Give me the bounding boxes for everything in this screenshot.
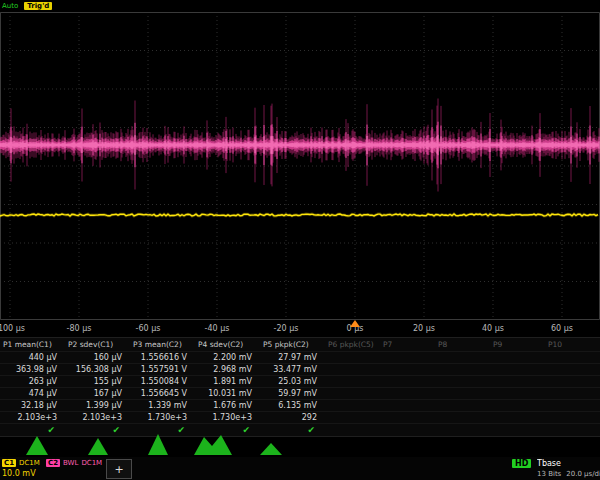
meas-cell-r6-p5: 292 — [260, 411, 325, 423]
c2-descriptor-box[interactable]: C2 BWL DC1M — [46, 459, 102, 467]
trigger-mode-label: Auto — [2, 2, 18, 10]
meas-cell-r6-p8 — [435, 411, 490, 423]
meas-cell-r1-p2: 160 µV — [65, 351, 130, 363]
meas-cell-r2-p9 — [490, 363, 545, 375]
meas-cell-r5-p9 — [490, 399, 545, 411]
c2-channel-chip[interactable]: C2 — [46, 459, 60, 467]
time-label-1: -100 µs — [0, 324, 25, 333]
meas-cell-r3-p3: 1.550084 V — [130, 375, 195, 387]
meas-cell-r5-p10 — [545, 399, 600, 411]
meas-cell-r4-p5: 59.97 mV — [260, 387, 325, 399]
meas-cell-r6-p4: 1.730e+3 — [195, 411, 260, 423]
plus-icon: + — [114, 463, 123, 476]
graticule — [0, 12, 600, 320]
meas-cell-r1-p10 — [545, 351, 600, 363]
meas-header-p4[interactable]: P4 sdev(C2) — [195, 338, 260, 351]
meas-cell-r1-p1: 440 µV — [0, 351, 65, 363]
trigger-state-chip[interactable]: Trig'd — [24, 2, 52, 10]
meas-cell-r2-p4: 2.968 mV — [195, 363, 260, 375]
add-trace-button[interactable]: + — [106, 459, 132, 479]
meas-cell-r6-p9 — [490, 411, 545, 423]
meas-header-p1[interactable]: P1 mean(C1) — [0, 338, 65, 351]
meas-cell-r5-p3: 1.339 mV — [130, 399, 195, 411]
trigger-status: Auto Trig'd — [2, 2, 52, 10]
time-label-7: 20 µs — [413, 324, 435, 333]
histicon-p5 — [260, 443, 282, 455]
meas-header-p10[interactable]: P10 — [545, 338, 600, 351]
meas-cell-r4-p2: 167 µV — [65, 387, 130, 399]
time-label-8: 40 µs — [482, 324, 504, 333]
histicons — [0, 428, 600, 456]
meas-cell-r2-p1: 363.98 µV — [0, 363, 65, 375]
histicon-p1 — [26, 436, 48, 455]
meas-header-p7[interactable]: P7 — [380, 338, 435, 351]
time-label-5: -20 µs — [274, 324, 299, 333]
waveform-svg — [0, 12, 600, 320]
meas-cell-r1-p5: 27.97 mV — [260, 351, 325, 363]
meas-cell-r3-p6 — [325, 375, 380, 387]
meas-cell-r6-p3: 1.730e+3 — [130, 411, 195, 423]
meas-cell-r2-p10 — [545, 363, 600, 375]
measure-table: P1 mean(C1)P2 sdev(C1)P3 mean(C2)P4 sdev… — [0, 337, 600, 437]
meas-header-p3[interactable]: P3 mean(C2) — [130, 338, 195, 351]
c1-coupling-label: DC1M — [19, 459, 40, 467]
time-label-4: -40 µs — [205, 324, 230, 333]
histicon-p2 — [88, 438, 108, 455]
meas-cell-r2-p6 — [325, 363, 380, 375]
meas-cell-r3-p10 — [545, 375, 600, 387]
meas-header-p9[interactable]: P9 — [490, 338, 545, 351]
meas-cell-r2-p8 — [435, 363, 490, 375]
meas-cell-r5-p1: 32.18 µV — [0, 399, 65, 411]
meas-cell-r4-p8 — [435, 387, 490, 399]
timebase-descriptor-box[interactable]: Tbase 13 Bits 20.0 µs/div — [537, 459, 600, 478]
meas-cell-r1-p3: 1.556616 V — [130, 351, 195, 363]
meas-cell-r4-p1: 474 µV — [0, 387, 65, 399]
meas-cell-r1-p6 — [325, 351, 380, 363]
c1-descriptor-box[interactable]: C1 DC1M 10.0 mV — [2, 459, 40, 478]
meas-cell-r3-p5: 25.03 mV — [260, 375, 325, 387]
tbase-label: Tbase — [537, 459, 600, 468]
meas-cell-r2-p7 — [380, 363, 435, 375]
time-label-3: -60 µs — [136, 324, 161, 333]
meas-cell-r4-p7 — [380, 387, 435, 399]
histicon-p3 — [148, 434, 168, 455]
meas-cell-r2-p2: 156.308 µV — [65, 363, 130, 375]
meas-cell-r5-p7 — [380, 399, 435, 411]
meas-header-p2[interactable]: P2 sdev(C1) — [65, 338, 130, 351]
time-axis: -100 µs-80 µs-60 µs-40 µs-20 µs0 µs20 µs… — [0, 321, 600, 336]
meas-header-p5[interactable]: P5 pkpk(C2) — [260, 338, 325, 351]
meas-cell-r1-p8 — [435, 351, 490, 363]
time-label-9: 60 µs — [551, 324, 573, 333]
tbase-bits-label: 13 Bits — [537, 470, 561, 478]
oscilloscope-screen: Auto Trig'd -100 µs-80 µs-60 µs-40 µs-20… — [0, 0, 600, 480]
meas-cell-r5-p8 — [435, 399, 490, 411]
meas-header-p6[interactable]: P6 pkpk(C5) — [325, 338, 380, 351]
meas-cell-r1-p4: 2.200 mV — [195, 351, 260, 363]
meas-cell-r4-p9 — [490, 387, 545, 399]
hd-badge: HD — [512, 459, 531, 468]
meas-cell-r4-p4: 10.031 mV — [195, 387, 260, 399]
meas-cell-r5-p5: 6.135 mV — [260, 399, 325, 411]
meas-cell-r6-p2: 2.103e+3 — [65, 411, 130, 423]
meas-cell-r4-p3: 1.556645 V — [130, 387, 195, 399]
descriptor-bar: C1 DC1M 10.0 mV C2 BWL DC1M + HD Tbase 1… — [0, 457, 600, 480]
meas-cell-r3-p9 — [490, 375, 545, 387]
meas-cell-r6-p7 — [380, 411, 435, 423]
meas-cell-r3-p8 — [435, 375, 490, 387]
meas-cell-r3-p4: 1.891 mV — [195, 375, 260, 387]
c1-channel-chip[interactable]: C1 — [2, 459, 16, 467]
meas-header-p8[interactable]: P8 — [435, 338, 490, 351]
meas-cell-r5-p6 — [325, 399, 380, 411]
time-label-2: -80 µs — [67, 324, 92, 333]
trigger-time-marker[interactable] — [350, 320, 360, 327]
histicon-p4 — [194, 435, 232, 455]
meas-cell-r6-p1: 2.103e+3 — [0, 411, 65, 423]
meas-cell-r3-p7 — [380, 375, 435, 387]
meas-cell-r6-p6 — [325, 411, 380, 423]
meas-cell-r2-p3: 1.557591 V — [130, 363, 195, 375]
meas-cell-r1-p7 — [380, 351, 435, 363]
meas-cell-r1-p9 — [490, 351, 545, 363]
meas-cell-r6-p10 — [545, 411, 600, 423]
c1-scale-label: 10.0 mV — [2, 469, 40, 478]
c2-bwl-label: BWL — [63, 459, 78, 467]
